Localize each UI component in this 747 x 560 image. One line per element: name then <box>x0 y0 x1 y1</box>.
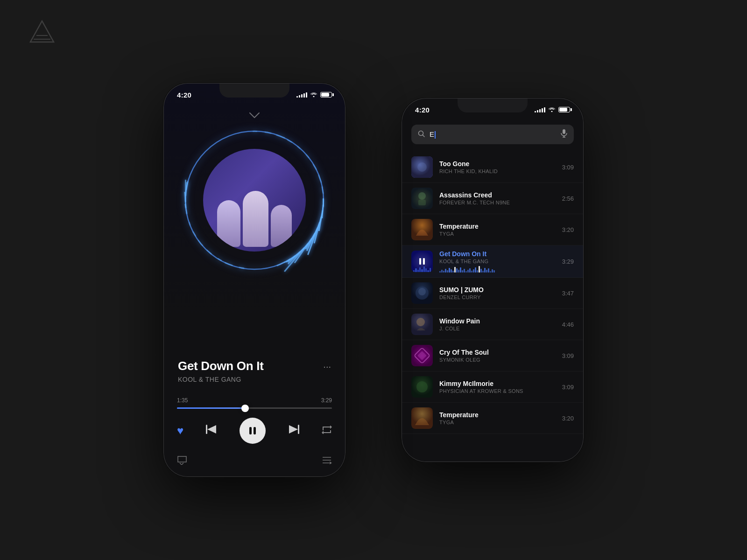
more-options-button[interactable]: ··· <box>323 361 331 372</box>
favorite-button[interactable]: ♥ <box>177 424 183 437</box>
notch <box>219 84 289 98</box>
track-thumbnail <box>411 156 433 178</box>
svg-point-57 <box>418 192 426 200</box>
list-screen: 4:20 <box>402 98 583 462</box>
svg-rect-42 <box>254 427 256 434</box>
track-title: Temperature <box>439 411 556 419</box>
track-duration: 3:29 <box>562 258 574 265</box>
svg-rect-25 <box>217 258 222 261</box>
track-title: SUMO | ZUMO <box>439 286 556 294</box>
track-thumbnail <box>411 407 433 429</box>
list-item[interactable]: Too Gone RICH THE KID, KHALID 3:09 <box>402 152 583 183</box>
list-item[interactable]: Assassins Creed FOREVER M.C. TECH N9NE 2… <box>402 183 583 214</box>
track-title: Window Pain <box>439 317 556 325</box>
progress-thumb[interactable] <box>241 405 249 412</box>
track-title: Kimmy McIlmorie <box>439 380 556 387</box>
svg-rect-17 <box>276 261 285 266</box>
svg-rect-12 <box>284 243 309 272</box>
svg-rect-33 <box>287 139 293 143</box>
search-input[interactable]: E <box>430 130 556 139</box>
status-icons-right <box>535 106 570 113</box>
search-value: E <box>430 130 434 138</box>
track-thumbnail <box>411 282 433 304</box>
track-artist: KOOL & THE GANG <box>439 259 556 264</box>
track-artist: DENZEL CURRY <box>439 294 556 300</box>
progress-track[interactable] <box>177 407 332 409</box>
track-artist: RICH THE KID, KHALID <box>439 168 556 174</box>
track-info: Kimmy McIlmorie PHYSICIAN AT KROWER & SO… <box>439 380 556 394</box>
track-title: Temperature <box>439 223 556 230</box>
track-duration: 3:47 <box>562 290 574 297</box>
list-item[interactable]: Get Down On It KOOL & THE GANG <box>402 245 583 278</box>
mic-icon[interactable] <box>561 129 567 140</box>
pause-button[interactable] <box>240 418 266 444</box>
status-icons-left <box>296 91 332 98</box>
track-title: Too Gone <box>439 160 556 168</box>
signal-icon <box>296 92 307 98</box>
list-item[interactable]: Cry Of The Soul SYMONIK OLEG 3:09 <box>402 340 583 371</box>
album-art-container <box>180 121 329 280</box>
svg-rect-41 <box>249 427 252 434</box>
svg-rect-34 <box>297 146 301 149</box>
collapse-icon[interactable] <box>249 110 260 120</box>
track-info: Temperature TYGA <box>439 411 556 425</box>
track-thumbnail <box>411 314 433 335</box>
previous-button[interactable] <box>206 425 217 437</box>
track-duration: 3:20 <box>562 226 574 233</box>
track-duration: 2:56 <box>562 195 574 202</box>
status-time-left: 4:20 <box>177 91 191 99</box>
signal-icon-right <box>535 107 545 112</box>
track-artist: FOREVER M.C. TECH N9NE <box>439 200 556 205</box>
track-info: Too Gone RICH THE KID, KHALID <box>439 160 556 174</box>
track-artist: J. COLE <box>439 326 556 331</box>
svg-rect-29 <box>189 222 191 226</box>
svg-rect-8 <box>307 222 320 255</box>
status-time-right: 4:20 <box>415 106 430 114</box>
svg-marker-44 <box>289 425 298 434</box>
track-info: Cry Of The Soul SYMONIK OLEG <box>439 349 556 363</box>
svg-rect-36 <box>312 164 317 170</box>
album-circle <box>203 149 306 252</box>
track-artist: SYMONIK OLEG <box>439 357 556 363</box>
wifi-icon-right <box>548 106 556 113</box>
list-item[interactable]: Temperature TYGA 3:20 <box>402 214 583 245</box>
svg-point-65 <box>418 288 426 295</box>
track-thumbnail <box>411 219 433 240</box>
list-item[interactable]: Window Pain J. COLE 4:46 <box>402 309 583 340</box>
track-title: Cry Of The Soul <box>439 349 556 356</box>
progress-fill <box>177 407 245 409</box>
svg-rect-35 <box>305 154 310 159</box>
track-info: Get Down On It KOOL & THE GANG <box>439 250 556 273</box>
track-info: SUMO | ZUMO DENZEL CURRY <box>439 286 556 300</box>
svg-point-55 <box>417 162 427 172</box>
track-thumbnail <box>411 188 433 209</box>
track-duration: 4:46 <box>562 321 574 328</box>
track-duration: 3:09 <box>562 352 574 359</box>
progress-container: 1:35 3:29 <box>177 397 332 409</box>
song-info: Get Down On It KOOL & THE GANG ··· <box>164 359 345 383</box>
svg-rect-27 <box>197 240 204 246</box>
current-time: 1:35 <box>177 397 188 404</box>
chat-icon[interactable] <box>177 455 187 467</box>
battery-icon <box>320 92 332 98</box>
track-duration: 3:20 <box>562 415 574 422</box>
track-info: Window Pain J. COLE <box>439 317 556 331</box>
wifi-icon <box>310 91 317 98</box>
list-phone: 4:20 <box>402 98 584 462</box>
queue-icon[interactable] <box>322 456 332 467</box>
total-time: 3:29 <box>321 397 332 404</box>
notch-right <box>458 98 528 112</box>
waveform <box>411 265 433 272</box>
list-item[interactable]: Temperature TYGA 3:20 <box>402 403 583 434</box>
search-bar[interactable]: E <box>411 125 574 144</box>
list-item[interactable]: SUMO | ZUMO DENZEL CURRY 3:47 <box>402 278 583 309</box>
svg-rect-26 <box>206 249 212 254</box>
svg-rect-28 <box>192 231 197 237</box>
next-button[interactable] <box>288 425 299 437</box>
playback-controls: ♥ <box>177 418 332 444</box>
repeat-button[interactable] <box>322 426 332 436</box>
list-item[interactable]: Kimmy McIlmorie PHYSICIAN AT KROWER & SO… <box>402 371 583 403</box>
track-duration: 3:09 <box>562 384 574 391</box>
track-title: Get Down On It <box>439 250 556 258</box>
track-artist: TYGA <box>439 231 556 237</box>
